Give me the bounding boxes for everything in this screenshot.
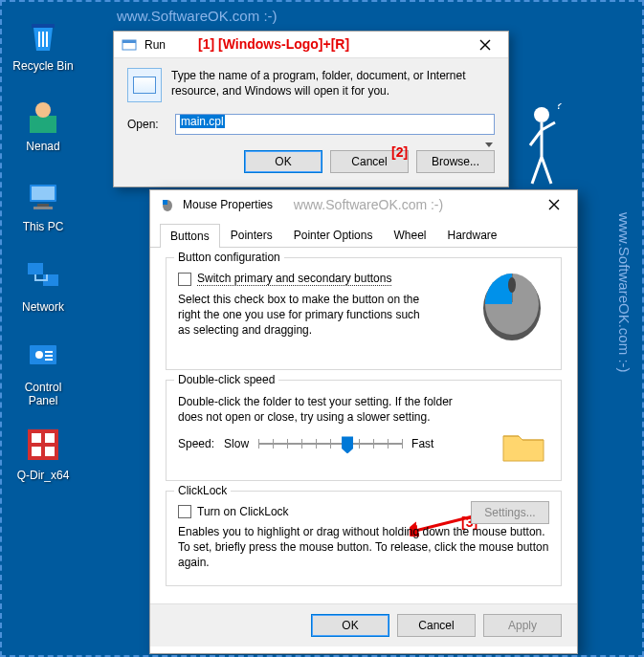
desktop-icon-this-pc[interactable]: This PC	[10, 176, 77, 233]
mouse-properties-dialog: Mouse Properties www.SoftwareOK.com :-) …	[149, 189, 578, 654]
run-open-combobox[interactable]: main.cpl	[175, 114, 495, 135]
run-close-button[interactable]	[466, 33, 504, 57]
svg-rect-26	[163, 200, 167, 205]
desktop-icon-label: Q-Dir_x64	[10, 469, 77, 482]
mouse-close-button[interactable]	[535, 192, 573, 217]
user-icon	[23, 96, 63, 136]
slider-thumb-icon	[342, 436, 353, 453]
watermark-mid: www.SoftwareOK.com :-)	[294, 197, 443, 212]
svg-rect-4	[46, 32, 48, 47]
close-icon	[479, 39, 491, 51]
desktop-icon-nenad[interactable]: Nenad	[10, 96, 77, 153]
desktop-icon-label: This PC	[10, 220, 77, 233]
run-dialog: Run Type the name of a program, folder, …	[113, 31, 509, 187]
group-button-config-legend: Button configuration	[174, 251, 284, 264]
speed-fast-label: Fast	[411, 437, 433, 450]
tab-buttons[interactable]: Buttons	[160, 224, 220, 248]
desktop-icon-label: Control Panel	[10, 381, 77, 407]
svg-text:?: ?	[555, 103, 563, 112]
network-icon	[23, 256, 63, 296]
chevron-down-icon	[485, 142, 493, 148]
svg-point-6	[35, 102, 51, 118]
svg-point-14	[35, 351, 43, 359]
mouse-ok-button[interactable]: OK	[311, 614, 389, 637]
dblclick-speed-slider[interactable]	[258, 432, 402, 455]
qdir-icon	[23, 425, 63, 465]
switch-buttons-checkbox[interactable]	[178, 273, 191, 286]
tab-pointers[interactable]: Pointers	[220, 223, 283, 247]
pc-icon	[23, 176, 63, 216]
clicklock-label: Turn on ClickLock	[197, 505, 289, 518]
svg-rect-10	[33, 207, 53, 209]
desktop-icon-recycle-bin[interactable]: Recycle Bin	[10, 15, 77, 73]
desktop-icon-label: Network	[10, 300, 77, 314]
svg-rect-11	[28, 263, 43, 274]
speed-slow-label: Slow	[224, 437, 249, 450]
close-icon	[548, 199, 560, 210]
mouse-tabs: Buttons Pointers Pointer Options Wheel H…	[150, 219, 577, 248]
switch-buttons-label: Switch primary and secondary buttons	[197, 272, 391, 286]
mouse-cancel-button[interactable]: Cancel	[397, 614, 476, 637]
desktop-icon-label: Nenad	[10, 140, 77, 153]
svg-rect-2	[38, 32, 40, 47]
svg-rect-17	[45, 359, 53, 361]
mouse-title-text: Mouse Properties	[183, 198, 275, 211]
svg-rect-8	[32, 186, 55, 200]
combobox-dropdown-button[interactable]	[481, 135, 497, 156]
svg-rect-5	[30, 116, 56, 133]
group-dblclick-legend: Double-click speed	[174, 373, 278, 386]
svg-rect-16	[45, 355, 53, 357]
desktop-icon-qdir[interactable]: Q-Dir_x64	[10, 425, 77, 482]
desktop-icon-network[interactable]: Network	[10, 256, 77, 314]
speed-label: Speed:	[178, 437, 214, 450]
svg-rect-21	[32, 447, 41, 456]
run-program-icon	[127, 68, 162, 102]
dblclick-desc: Double-click the folder to test your set…	[178, 394, 465, 425]
svg-rect-24	[122, 40, 136, 43]
svg-rect-19	[32, 433, 41, 443]
clicklock-settings-button[interactable]: Settings...	[471, 501, 549, 524]
mouse-apply-button[interactable]: Apply	[483, 614, 562, 637]
run-title-icon	[122, 37, 137, 53]
annotation-2: [2]	[391, 144, 408, 160]
mouse-picture-icon	[475, 266, 549, 342]
watermark-top: www.SoftwareOK.com :-)	[117, 8, 278, 24]
tab-wheel[interactable]: Wheel	[383, 223, 436, 247]
tab-hardware[interactable]: Hardware	[436, 223, 507, 247]
desktop-icon-label: Recycle Bin	[10, 59, 77, 73]
run-description: Type the name of a program, folder, docu…	[171, 68, 495, 102]
desktop-icon-control-panel[interactable]: Control Panel	[10, 337, 77, 407]
test-folder-icon[interactable]	[501, 427, 545, 465]
svg-rect-3	[42, 32, 44, 47]
svg-point-0	[534, 107, 549, 122]
mouse-titlebar[interactable]: Mouse Properties www.SoftwareOK.com :-)	[150, 190, 577, 219]
clicklock-desc: Enables you to highlight or drag without…	[178, 524, 549, 571]
svg-rect-9	[37, 204, 49, 207]
thinking-person-icon: ?	[513, 103, 570, 189]
svg-rect-15	[45, 351, 53, 353]
switch-buttons-desc: Select this check box to make the button…	[178, 292, 427, 339]
recycle-bin-icon	[23, 15, 63, 55]
mouse-title-icon	[160, 197, 175, 212]
run-open-label: Open:	[127, 118, 175, 131]
annotation-1: [1] [Windows-Logo]+[R]	[198, 36, 349, 52]
clicklock-checkbox[interactable]	[178, 505, 191, 518]
group-clicklock-legend: ClickLock	[174, 484, 231, 497]
run-ok-button[interactable]: OK	[244, 150, 322, 173]
svg-rect-20	[45, 433, 55, 443]
control-panel-icon	[23, 337, 63, 377]
run-input-value: main.cpl	[180, 115, 225, 128]
watermark-right: www.SoftwareOK.com :-)	[616, 212, 633, 373]
tab-pointer-options[interactable]: Pointer Options	[283, 223, 384, 247]
svg-point-29	[508, 277, 516, 293]
svg-rect-22	[45, 447, 55, 456]
